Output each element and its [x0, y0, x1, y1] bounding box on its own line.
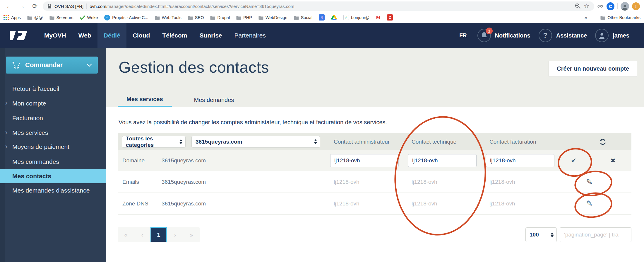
confirm-check-icon[interactable]: ✔ — [571, 157, 576, 165]
cancel-x-icon[interactable]: ✖ — [610, 157, 616, 164]
forward-icon[interactable]: → — [17, 1, 27, 11]
table-bottom-divider — [118, 221, 631, 221]
row-name: Emails — [122, 179, 162, 185]
admin-contact-input[interactable] — [330, 154, 399, 167]
bookmarks-bar: Apps @@ Serveurs Wrike ✓ Projets - Activ… — [0, 12, 644, 23]
pagination-first[interactable]: « — [118, 227, 134, 242]
nav-myovh[interactable]: MyOVH — [38, 23, 72, 48]
bookmark-folder-social[interactable]: Social — [294, 15, 313, 20]
bookmark-zimbra[interactable]: Z — [387, 14, 393, 21]
bookmark-star-icon[interactable]: ☆ — [584, 2, 590, 10]
pagination: « ‹ 1 › » — [118, 227, 200, 242]
sidebar-item-mes-contacts[interactable]: Mes contacts — [0, 169, 106, 183]
bookmark-bonjour[interactable]: ✓ bonjour@ — [343, 15, 369, 20]
nav-sunrise[interactable]: Sunrise — [193, 23, 228, 48]
folder-icon — [258, 16, 263, 20]
chevron-right-icon: › — [5, 129, 7, 136]
select-arrows-icon — [314, 139, 317, 144]
sidebar-item-demandes-assistance[interactable]: Mes demandes d'assistance — [0, 183, 106, 198]
edit-pencil-icon[interactable]: ✎ — [586, 177, 593, 187]
assistance-label[interactable]: Assistance — [556, 32, 587, 39]
orange-alert-extension-icon[interactable]: ! — [632, 2, 640, 10]
sidebar-item-mes-commandes[interactable]: Mes commandes — [0, 154, 106, 169]
other-bookmarks[interactable]: Other Bookmarks — [600, 15, 640, 20]
bookmark-folder-serveurs[interactable]: Serveurs — [49, 15, 73, 20]
notifications-bell-icon[interactable]: 1 — [477, 29, 491, 42]
pagination-next[interactable]: › — [167, 227, 183, 242]
edit-pencil-icon[interactable]: ✎ — [586, 199, 593, 208]
bookmark-folder-at[interactable]: @@ — [27, 15, 43, 20]
notifications-badge: 1 — [486, 28, 493, 34]
nav-dedie[interactable]: Dédié — [97, 23, 126, 48]
zoom-out-icon[interactable] — [575, 3, 581, 9]
nav-partenaires[interactable]: Partenaires — [228, 23, 272, 48]
commander-button[interactable]: Commander — [6, 57, 98, 74]
page-size-select[interactable]: 100 — [525, 227, 557, 242]
back-icon[interactable]: ← — [4, 1, 14, 11]
refresh-icon[interactable] — [599, 138, 606, 145]
sidebar-item-facturation[interactable]: Facturation — [0, 111, 106, 125]
folder-icon — [210, 16, 215, 20]
notifications-label[interactable]: Notifications — [495, 32, 530, 39]
pagination-last[interactable]: » — [183, 227, 200, 242]
tech-contact-value: lj1218-ovh — [412, 179, 437, 185]
bookmark-wrike[interactable]: Wrike — [80, 15, 98, 20]
folder-icon — [294, 16, 299, 20]
language-selector[interactable]: FR — [459, 32, 467, 39]
billing-contact-value: lj1218-ovh — [489, 200, 515, 207]
user-avatar-icon[interactable] — [595, 29, 609, 42]
chevron-right-icon: › — [5, 99, 7, 107]
bookmark-apps[interactable]: Apps — [4, 15, 21, 20]
category-select[interactable]: Toutes les categories — [122, 136, 186, 148]
reload-icon[interactable]: ⟳ — [30, 1, 40, 11]
pagination-page-input[interactable] — [560, 227, 631, 242]
nav-web[interactable]: Web — [72, 23, 97, 48]
site-identity: OVH SAS [FR] — [54, 4, 83, 9]
row-service: 3615queyras.com — [162, 157, 320, 164]
bookmark-gmail[interactable]: M — [376, 15, 381, 21]
table-row-zone-dns: Zone DNS 3615queyras.com lj1218-ovh lj12… — [118, 193, 631, 215]
sidebar-item-moyens-paiement[interactable]: ›Moyens de paiement — [0, 139, 106, 154]
tab-mes-demandes[interactable]: Mes demandes — [185, 93, 243, 107]
blue-c-extension-icon[interactable]: C — [607, 2, 614, 10]
service-select[interactable]: 3615queyras.com — [191, 136, 320, 148]
sidebar-item-accueil[interactable]: Retour à l'accueil — [0, 81, 106, 96]
address-bar[interactable]: OVH SAS [FR] ovh.com/manager/dedicated/i… — [43, 1, 594, 11]
folder-icon — [236, 16, 241, 20]
bookmark-folder-webtools[interactable]: Web Tools — [155, 15, 181, 20]
tech-contact-input[interactable] — [408, 154, 477, 167]
zimbra-z-icon: Z — [387, 14, 393, 21]
tab-mes-services[interactable]: Mes services — [118, 93, 172, 107]
pagination-prev[interactable]: ‹ — [134, 227, 150, 242]
link-extension-icon[interactable] — [597, 3, 604, 9]
ovh-top-nav: MyOVH Web Dédié Cloud Télécom Sunrise Pa… — [0, 23, 644, 48]
profile-avatar[interactable] — [621, 2, 629, 11]
assistance-icon[interactable]: ? — [539, 29, 552, 42]
bookmark-badge-4[interactable]: 4 — [319, 14, 325, 21]
bookmark-drive[interactable] — [331, 15, 337, 20]
bookmarks-overflow-chevron[interactable]: » — [585, 15, 587, 21]
contacts-table: Toutes les categories 3615queyras.com Co… — [118, 133, 631, 215]
folder-icon — [188, 16, 193, 20]
folder-icon — [155, 16, 160, 20]
bookmark-projets[interactable]: ✓ Projets - Active C... — [104, 15, 148, 21]
admin-contact-value: lj1218-ovh — [334, 200, 359, 207]
bookmark-folder-seo[interactable]: SEO — [188, 15, 204, 20]
bookmark-folder-php[interactable]: PHP — [236, 15, 252, 20]
ovh-logo[interactable] — [9, 30, 28, 41]
sidebar-item-mes-services[interactable]: ›Mes services — [0, 125, 106, 140]
user-name[interactable]: james — [613, 32, 629, 39]
sidebar-item-mon-compte[interactable]: ›Mon compte — [0, 96, 106, 111]
billing-contact-input[interactable] — [486, 154, 554, 167]
nav-cloud[interactable]: Cloud — [126, 23, 156, 48]
browser-toolbar: ← → ⟳ OVH SAS [FR] ovh.com/manager/dedic… — [0, 0, 644, 12]
apps-grid-icon — [4, 15, 9, 20]
bookmark-folder-drupal[interactable]: Drupal — [210, 15, 230, 20]
bookmark-folder-webdesign[interactable]: WebDesign — [258, 15, 287, 20]
folder-icon — [49, 16, 54, 20]
create-account-button[interactable]: Créer un nouveau compte — [549, 61, 637, 77]
folder-icon — [600, 16, 605, 20]
pagination-page-1[interactable]: 1 — [150, 227, 167, 242]
folder-icon — [27, 16, 32, 20]
nav-telecom[interactable]: Télécom — [156, 23, 193, 48]
